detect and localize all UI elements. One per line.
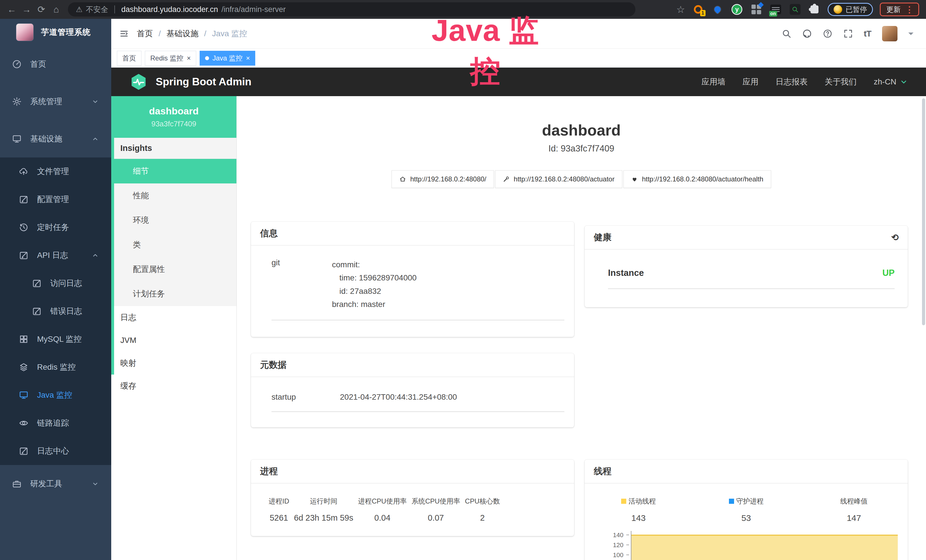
- sidebar-item-dev-tools[interactable]: 研发工具: [0, 465, 111, 502]
- metadata-startup-row: startup 2021-04-27T00:44:31.254+08:00: [271, 392, 564, 412]
- layers-icon: [19, 362, 29, 372]
- sba-nav-about[interactable]: 关于我们: [825, 76, 857, 87]
- browser-home-icon[interactable]: ⌂: [50, 3, 63, 16]
- wrench-icon: [503, 176, 510, 183]
- sidebar-item-log-center[interactable]: 日志中心: [0, 437, 111, 465]
- page-instance-id: Id: 93a3fc7f7409: [237, 144, 926, 154]
- sba-menu-metrics[interactable]: 性能: [111, 183, 236, 208]
- close-icon[interactable]: ×: [187, 55, 191, 62]
- sba-nav-applications[interactable]: 应用: [743, 76, 759, 87]
- sba-nav-journal[interactable]: 日志报表: [776, 76, 808, 87]
- instance-header[interactable]: dashboard 93a3fc7f7409: [111, 96, 236, 138]
- chart-plot-area: [631, 531, 898, 560]
- info-git-label: git: [271, 258, 332, 311]
- extension-grid-icon[interactable]: [750, 3, 763, 16]
- column-header: 运行时间: [294, 496, 353, 506]
- sba-nav: 应用墙 应用 日志报表 关于我们 zh-CN: [702, 76, 908, 87]
- browser-reload-icon[interactable]: ⟳: [35, 3, 48, 16]
- sidebar-item-java-monitor[interactable]: Java 监控: [0, 381, 111, 409]
- update-button[interactable]: 更新 ⋮: [880, 3, 919, 16]
- sba-menu-details[interactable]: 细节: [111, 159, 236, 183]
- extension-y-icon[interactable]: y: [731, 3, 743, 16]
- instance-id: 93a3fc7f7409: [151, 120, 197, 129]
- avatar[interactable]: [882, 26, 897, 41]
- chevron-up-icon: [92, 136, 99, 142]
- process-col-sys-cpu: 系统CPU使用率 0.07: [412, 496, 460, 523]
- edit-icon: [19, 195, 29, 204]
- language-select[interactable]: zh-CN: [874, 77, 908, 86]
- process-table: 进程ID 5261 运行时间 6d 23h 15m 59s 进程CPU使用率 0…: [269, 496, 500, 523]
- legend-label: 守护进程: [736, 496, 764, 506]
- sba-menu-scheduled-tasks[interactable]: 计划任务: [111, 282, 236, 306]
- search-icon[interactable]: [782, 29, 791, 38]
- bookmark-star-icon[interactable]: ☆: [676, 4, 685, 15]
- annotation-java-monitor: Java 监控: [417, 10, 554, 92]
- sba-menu-mappings[interactable]: 映射: [111, 352, 236, 375]
- github-icon[interactable]: [802, 29, 812, 38]
- extension-orange-icon[interactable]: 1: [692, 3, 704, 16]
- sidebar-item-home[interactable]: 首页: [0, 45, 111, 83]
- extension-pin-icon[interactable]: [711, 3, 724, 16]
- health-card: 健康 ⟲ Instance UP: [585, 226, 908, 307]
- sba-menu-config-props[interactable]: 配置属性: [111, 257, 236, 282]
- actuator-url-button[interactable]: http://192.168.0.2:48080/actuator: [495, 170, 622, 188]
- extension-puzzle-icon[interactable]: [808, 3, 821, 16]
- sba-menu-environment[interactable]: 环境: [111, 208, 236, 233]
- sidebar-item-scheduled-jobs[interactable]: 定时任务: [0, 213, 111, 241]
- gauge-icon: [12, 59, 22, 69]
- y-axis-tickmark: [626, 534, 629, 535]
- sba-menu-caches[interactable]: 缓存: [111, 375, 236, 397]
- breadcrumb-current: Java 监控: [212, 28, 247, 39]
- sidebar-item-mysql-monitor[interactable]: MySQL 监控: [0, 325, 111, 353]
- sidebar-item-tracing[interactable]: 链路追踪: [0, 409, 111, 437]
- sba-nav-wallboard[interactable]: 应用墙: [702, 76, 726, 87]
- spring-boot-admin-logo-icon: [130, 73, 148, 91]
- browser-forward-icon[interactable]: →: [20, 3, 33, 16]
- sidebar-item-label: 基础设施: [30, 133, 62, 144]
- monitor-icon: [19, 390, 29, 400]
- sba-menu-logs[interactable]: 日志: [111, 306, 236, 329]
- active-dot-icon: [205, 56, 209, 60]
- history-icon: [19, 222, 29, 232]
- history-icon[interactable]: ⟲: [891, 232, 899, 243]
- avatar-caret-icon[interactable]: [908, 33, 914, 38]
- paused-chip[interactable]: 已暂停: [828, 3, 873, 16]
- green-magnifier-icon: [790, 4, 800, 15]
- url-host: dashboard.yudao.iocoder.cn: [121, 5, 218, 14]
- browser-menu-icon[interactable]: ⋮: [905, 5, 914, 15]
- breadcrumb-infra[interactable]: 基础设施: [166, 28, 198, 39]
- sidebar-item-error-log[interactable]: 错误日志: [0, 297, 111, 325]
- security-label[interactable]: 不安全: [86, 5, 108, 15]
- legend-value: 53: [692, 513, 800, 523]
- browser-back-icon[interactable]: ←: [5, 3, 18, 16]
- extension-on-icon[interactable]: on: [769, 3, 782, 16]
- sidebar-item-label: 定时任务: [37, 222, 69, 233]
- breadcrumb-home[interactable]: 首页: [137, 28, 153, 39]
- sidebar-toggle-button[interactable]: [111, 29, 137, 38]
- tab-java-monitor[interactable]: Java 监控 ×: [200, 51, 255, 66]
- service-url-button[interactable]: http://192.168.0.2:48080/: [392, 170, 494, 188]
- health-url-button[interactable]: http://192.168.0.2:48080/actuator/health: [623, 170, 771, 188]
- sidebar-item-access-log[interactable]: 访问日志: [0, 269, 111, 297]
- sidebar-item-system[interactable]: 系统管理: [0, 83, 111, 120]
- sidebar-item-file-mgmt[interactable]: 文件管理: [0, 157, 111, 185]
- close-icon[interactable]: ×: [246, 55, 250, 62]
- sidebar-item-config-mgmt[interactable]: 配置管理: [0, 185, 111, 213]
- sba-menu-jvm[interactable]: JVM: [111, 329, 236, 352]
- app-title: 芋道管理系统: [41, 27, 91, 38]
- sidebar-item-api-log[interactable]: API 日志: [0, 241, 111, 269]
- extension-magnifier-icon[interactable]: [789, 3, 801, 16]
- sidebar-item-redis-monitor[interactable]: Redis 监控: [0, 353, 111, 381]
- help-icon[interactable]: [823, 29, 832, 38]
- legend-square-yellow-icon: [621, 499, 626, 504]
- fullscreen-icon[interactable]: [843, 29, 853, 38]
- sidebar-item-infra[interactable]: 基础设施: [0, 120, 111, 157]
- sba-menu-classes[interactable]: 类: [111, 233, 236, 257]
- vertical-scrollbar[interactable]: [922, 98, 925, 325]
- browser-actions: ☆ 1 y on 已暂停 更新 ⋮: [676, 3, 921, 16]
- health-card-header: 健康 ⟲: [585, 226, 908, 250]
- tab-redis-monitor[interactable]: Redis 监控 ×: [145, 51, 196, 66]
- font-size-icon[interactable]: tT: [864, 29, 871, 38]
- app-logo-row: 芋道管理系统: [0, 19, 111, 45]
- tab-home[interactable]: 首页: [117, 51, 141, 66]
